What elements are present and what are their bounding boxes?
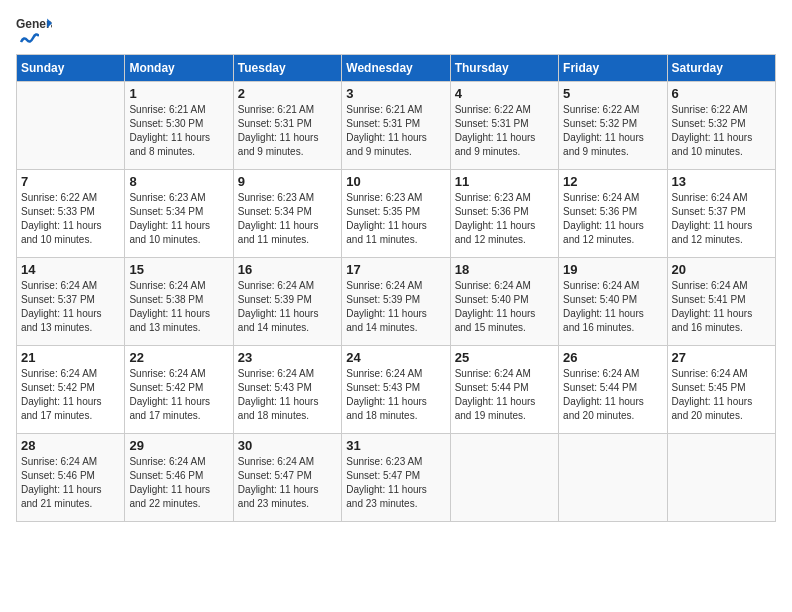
col-header-tuesday: Tuesday — [233, 55, 341, 82]
calendar-cell: 23Sunrise: 6:24 AM Sunset: 5:43 PM Dayli… — [233, 346, 341, 434]
calendar-cell: 25Sunrise: 6:24 AM Sunset: 5:44 PM Dayli… — [450, 346, 558, 434]
calendar-cell: 27Sunrise: 6:24 AM Sunset: 5:45 PM Dayli… — [667, 346, 775, 434]
page-header: General — [16, 16, 776, 48]
day-number: 1 — [129, 86, 228, 101]
calendar-cell: 19Sunrise: 6:24 AM Sunset: 5:40 PM Dayli… — [559, 258, 667, 346]
calendar-cell: 20Sunrise: 6:24 AM Sunset: 5:41 PM Dayli… — [667, 258, 775, 346]
col-header-monday: Monday — [125, 55, 233, 82]
day-info: Sunrise: 6:23 AM Sunset: 5:35 PM Dayligh… — [346, 191, 445, 247]
day-info: Sunrise: 6:24 AM Sunset: 5:40 PM Dayligh… — [455, 279, 554, 335]
day-number: 17 — [346, 262, 445, 277]
calendar-week-2: 7Sunrise: 6:22 AM Sunset: 5:33 PM Daylig… — [17, 170, 776, 258]
day-info: Sunrise: 6:24 AM Sunset: 5:44 PM Dayligh… — [563, 367, 662, 423]
day-info: Sunrise: 6:23 AM Sunset: 5:47 PM Dayligh… — [346, 455, 445, 511]
day-number: 21 — [21, 350, 120, 365]
day-info: Sunrise: 6:24 AM Sunset: 5:44 PM Dayligh… — [455, 367, 554, 423]
day-number: 24 — [346, 350, 445, 365]
day-info: Sunrise: 6:21 AM Sunset: 5:31 PM Dayligh… — [346, 103, 445, 159]
day-info: Sunrise: 6:21 AM Sunset: 5:31 PM Dayligh… — [238, 103, 337, 159]
day-number: 16 — [238, 262, 337, 277]
calendar-cell: 24Sunrise: 6:24 AM Sunset: 5:43 PM Dayli… — [342, 346, 450, 434]
col-header-wednesday: Wednesday — [342, 55, 450, 82]
day-number: 29 — [129, 438, 228, 453]
calendar-cell — [667, 434, 775, 522]
day-info: Sunrise: 6:22 AM Sunset: 5:33 PM Dayligh… — [21, 191, 120, 247]
day-number: 7 — [21, 174, 120, 189]
calendar-cell: 18Sunrise: 6:24 AM Sunset: 5:40 PM Dayli… — [450, 258, 558, 346]
calendar-cell: 5Sunrise: 6:22 AM Sunset: 5:32 PM Daylig… — [559, 82, 667, 170]
day-info: Sunrise: 6:24 AM Sunset: 5:36 PM Dayligh… — [563, 191, 662, 247]
day-number: 19 — [563, 262, 662, 277]
day-info: Sunrise: 6:22 AM Sunset: 5:32 PM Dayligh… — [672, 103, 771, 159]
day-info: Sunrise: 6:23 AM Sunset: 5:34 PM Dayligh… — [129, 191, 228, 247]
day-number: 20 — [672, 262, 771, 277]
day-info: Sunrise: 6:24 AM Sunset: 5:42 PM Dayligh… — [21, 367, 120, 423]
day-info: Sunrise: 6:21 AM Sunset: 5:30 PM Dayligh… — [129, 103, 228, 159]
day-number: 28 — [21, 438, 120, 453]
calendar-cell — [559, 434, 667, 522]
calendar-cell: 29Sunrise: 6:24 AM Sunset: 5:46 PM Dayli… — [125, 434, 233, 522]
calendar-cell: 26Sunrise: 6:24 AM Sunset: 5:44 PM Dayli… — [559, 346, 667, 434]
day-info: Sunrise: 6:24 AM Sunset: 5:38 PM Dayligh… — [129, 279, 228, 335]
day-number: 10 — [346, 174, 445, 189]
day-info: Sunrise: 6:22 AM Sunset: 5:32 PM Dayligh… — [563, 103, 662, 159]
calendar-table: SundayMondayTuesdayWednesdayThursdayFrid… — [16, 54, 776, 522]
day-info: Sunrise: 6:24 AM Sunset: 5:39 PM Dayligh… — [238, 279, 337, 335]
col-header-saturday: Saturday — [667, 55, 775, 82]
calendar-week-3: 14Sunrise: 6:24 AM Sunset: 5:37 PM Dayli… — [17, 258, 776, 346]
calendar-cell: 30Sunrise: 6:24 AM Sunset: 5:47 PM Dayli… — [233, 434, 341, 522]
calendar-cell: 2Sunrise: 6:21 AM Sunset: 5:31 PM Daylig… — [233, 82, 341, 170]
day-info: Sunrise: 6:24 AM Sunset: 5:42 PM Dayligh… — [129, 367, 228, 423]
calendar-cell: 13Sunrise: 6:24 AM Sunset: 5:37 PM Dayli… — [667, 170, 775, 258]
day-info: Sunrise: 6:24 AM Sunset: 5:43 PM Dayligh… — [238, 367, 337, 423]
col-header-thursday: Thursday — [450, 55, 558, 82]
calendar-cell: 16Sunrise: 6:24 AM Sunset: 5:39 PM Dayli… — [233, 258, 341, 346]
day-number: 22 — [129, 350, 228, 365]
day-info: Sunrise: 6:23 AM Sunset: 5:36 PM Dayligh… — [455, 191, 554, 247]
day-info: Sunrise: 6:24 AM Sunset: 5:40 PM Dayligh… — [563, 279, 662, 335]
calendar-cell: 22Sunrise: 6:24 AM Sunset: 5:42 PM Dayli… — [125, 346, 233, 434]
calendar-cell: 15Sunrise: 6:24 AM Sunset: 5:38 PM Dayli… — [125, 258, 233, 346]
calendar-week-5: 28Sunrise: 6:24 AM Sunset: 5:46 PM Dayli… — [17, 434, 776, 522]
day-info: Sunrise: 6:22 AM Sunset: 5:31 PM Dayligh… — [455, 103, 554, 159]
calendar-cell: 11Sunrise: 6:23 AM Sunset: 5:36 PM Dayli… — [450, 170, 558, 258]
day-info: Sunrise: 6:24 AM Sunset: 5:37 PM Dayligh… — [21, 279, 120, 335]
day-number: 9 — [238, 174, 337, 189]
calendar-cell: 9Sunrise: 6:23 AM Sunset: 5:34 PM Daylig… — [233, 170, 341, 258]
calendar-cell: 1Sunrise: 6:21 AM Sunset: 5:30 PM Daylig… — [125, 82, 233, 170]
day-info: Sunrise: 6:24 AM Sunset: 5:37 PM Dayligh… — [672, 191, 771, 247]
calendar-cell — [17, 82, 125, 170]
col-header-sunday: Sunday — [17, 55, 125, 82]
day-number: 26 — [563, 350, 662, 365]
day-number: 18 — [455, 262, 554, 277]
calendar-cell: 7Sunrise: 6:22 AM Sunset: 5:33 PM Daylig… — [17, 170, 125, 258]
day-info: Sunrise: 6:24 AM Sunset: 5:39 PM Dayligh… — [346, 279, 445, 335]
day-number: 6 — [672, 86, 771, 101]
day-number: 27 — [672, 350, 771, 365]
day-number: 2 — [238, 86, 337, 101]
calendar-cell — [450, 434, 558, 522]
day-number: 11 — [455, 174, 554, 189]
calendar-cell: 21Sunrise: 6:24 AM Sunset: 5:42 PM Dayli… — [17, 346, 125, 434]
day-number: 13 — [672, 174, 771, 189]
calendar-cell: 6Sunrise: 6:22 AM Sunset: 5:32 PM Daylig… — [667, 82, 775, 170]
calendar-week-4: 21Sunrise: 6:24 AM Sunset: 5:42 PM Dayli… — [17, 346, 776, 434]
day-info: Sunrise: 6:24 AM Sunset: 5:43 PM Dayligh… — [346, 367, 445, 423]
day-info: Sunrise: 6:24 AM Sunset: 5:45 PM Dayligh… — [672, 367, 771, 423]
calendar-cell: 14Sunrise: 6:24 AM Sunset: 5:37 PM Dayli… — [17, 258, 125, 346]
calendar-cell: 28Sunrise: 6:24 AM Sunset: 5:46 PM Dayli… — [17, 434, 125, 522]
col-header-friday: Friday — [559, 55, 667, 82]
day-info: Sunrise: 6:24 AM Sunset: 5:46 PM Dayligh… — [21, 455, 120, 511]
day-number: 25 — [455, 350, 554, 365]
day-info: Sunrise: 6:24 AM Sunset: 5:41 PM Dayligh… — [672, 279, 771, 335]
day-number: 5 — [563, 86, 662, 101]
day-number: 12 — [563, 174, 662, 189]
day-info: Sunrise: 6:24 AM Sunset: 5:46 PM Dayligh… — [129, 455, 228, 511]
day-number: 30 — [238, 438, 337, 453]
calendar-cell: 10Sunrise: 6:23 AM Sunset: 5:35 PM Dayli… — [342, 170, 450, 258]
calendar-cell: 8Sunrise: 6:23 AM Sunset: 5:34 PM Daylig… — [125, 170, 233, 258]
calendar-cell: 17Sunrise: 6:24 AM Sunset: 5:39 PM Dayli… — [342, 258, 450, 346]
day-info: Sunrise: 6:23 AM Sunset: 5:34 PM Dayligh… — [238, 191, 337, 247]
calendar-cell: 12Sunrise: 6:24 AM Sunset: 5:36 PM Dayli… — [559, 170, 667, 258]
logo-wave-icon — [19, 28, 39, 48]
